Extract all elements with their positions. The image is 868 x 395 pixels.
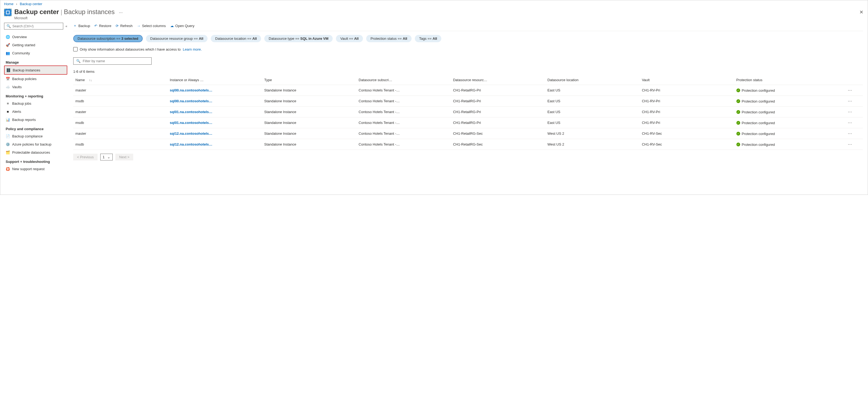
- table-row[interactable]: mastersql00.na.contosohotels…Standalone …: [73, 85, 863, 96]
- row-more-icon[interactable]: ⋯: [845, 139, 863, 150]
- sidebar-search[interactable]: 🔍: [4, 23, 63, 29]
- backup-label: Backup: [79, 24, 90, 28]
- learn-more-link[interactable]: Learn more.: [183, 47, 202, 51]
- cell-location: East US: [545, 107, 640, 117]
- row-more-icon[interactable]: ⋯: [845, 96, 863, 107]
- page-title: Backup center: [14, 8, 59, 16]
- cell-instance-link[interactable]: sql01.na.contosohotels…: [167, 107, 262, 117]
- cell-location: East US: [545, 117, 640, 128]
- alert-icon: ■: [6, 109, 10, 114]
- filter-pill[interactable]: Datasource resource group == All: [146, 35, 208, 42]
- onlyshow-checkbox[interactable]: [73, 47, 78, 51]
- row-more-icon[interactable]: ⋯: [845, 107, 863, 117]
- collapse-sidebar-icon[interactable]: «: [65, 24, 67, 28]
- breadcrumb: Home › Backup center: [0, 1, 868, 8]
- col-location[interactable]: Datasource location: [545, 75, 640, 85]
- sidebar-item-community[interactable]: 👥Community: [4, 49, 67, 57]
- col-subscription[interactable]: Datasource subscri…: [356, 75, 451, 85]
- sidebar-item-backup-instances[interactable]: 🗄️Backup instances: [4, 65, 67, 75]
- cell-name: master: [73, 128, 167, 139]
- compliance-icon: 📄: [6, 134, 10, 138]
- open-query-button[interactable]: ☁ Open Query: [170, 24, 194, 28]
- row-more-icon[interactable]: ⋯: [845, 117, 863, 128]
- cell-instance-link[interactable]: sql12.na.contosohotels…: [167, 128, 262, 139]
- sidebar-item-overview[interactable]: 🌐Overview: [4, 33, 67, 41]
- sidebar-item-protectable-datasources[interactable]: 🗂️Protectable datasources: [4, 148, 67, 157]
- refresh-label: Refresh: [120, 24, 133, 28]
- cell-name: master: [73, 107, 167, 117]
- sidebar-item-backup-jobs[interactable]: ≡Backup jobs: [4, 99, 67, 107]
- sidebar-item-label: Azure policies for backup: [12, 142, 51, 146]
- sidebar-item-backup-compliance[interactable]: 📄Backup compliance: [4, 132, 67, 140]
- next-button[interactable]: Next >: [115, 154, 133, 161]
- check-circle-icon: ✓: [736, 88, 740, 92]
- sidebar-item-alerts[interactable]: ■Alerts: [4, 107, 67, 115]
- cell-type: Standalone Instance: [262, 117, 356, 128]
- cell-instance-link[interactable]: sql00.na.contosohotels…: [167, 96, 262, 107]
- col-instance[interactable]: Instance or Always …: [167, 75, 262, 85]
- table-row[interactable]: mastersql12.na.contosohotels…Standalone …: [73, 128, 863, 139]
- cell-name: msdb: [73, 139, 167, 150]
- arrow-right-icon: →: [137, 24, 140, 28]
- col-name[interactable]: Name ↑↓: [73, 75, 167, 85]
- jobs-icon: ≡: [6, 101, 10, 106]
- sidebar-item-vaults[interactable]: ☁️Vaults: [4, 83, 67, 91]
- sidebar-item-label: Backup reports: [12, 118, 36, 122]
- sidebar-item-backup-reports[interactable]: 📊Backup reports: [4, 115, 67, 124]
- name-filter-input[interactable]: [83, 59, 149, 63]
- status-text: Protection configured: [742, 110, 775, 114]
- cell-resource-group: CH1-RetailRG-Pri: [451, 96, 545, 107]
- sidebar-item-getting-started[interactable]: 🚀Getting started: [4, 41, 67, 49]
- pager: < Previous 1 ⌄ Next >: [73, 150, 863, 164]
- name-filter[interactable]: 🔍: [73, 57, 152, 65]
- cell-location: West US 2: [545, 128, 640, 139]
- filter-pill[interactable]: Vault == All: [336, 35, 363, 42]
- cell-resource-group: CH1-RetailRG-Pri: [451, 107, 545, 117]
- cell-instance-link[interactable]: sql01.na.contosohotels…: [167, 117, 262, 128]
- sidebar-section-manage: Manage: [4, 57, 67, 65]
- close-icon[interactable]: ✕: [859, 9, 863, 15]
- table-row[interactable]: msdbsql00.na.contosohotels…Standalone In…: [73, 96, 863, 107]
- org-label: Microsoft: [14, 16, 123, 20]
- filter-pill[interactable]: Datasource type == SQL in Azure VM: [264, 35, 333, 42]
- refresh-button[interactable]: ⟳ Refresh: [116, 24, 133, 28]
- cell-status: ✓Protection configured: [734, 107, 846, 117]
- col-resource-group[interactable]: Datasource resourc…: [451, 75, 545, 85]
- sidebar-search-input[interactable]: [12, 24, 61, 28]
- backup-button[interactable]: ＋ Backup: [73, 23, 90, 28]
- select-columns-button[interactable]: → Select columns: [137, 24, 166, 28]
- prev-button[interactable]: < Previous: [73, 154, 98, 161]
- sidebar-item-label: Getting started: [12, 43, 35, 47]
- breadcrumb-current[interactable]: Backup center: [20, 2, 42, 6]
- row-more-icon[interactable]: ⋯: [845, 128, 863, 139]
- filter-pill[interactable]: Tags == All: [415, 35, 441, 42]
- header-more-icon[interactable]: ⋯: [119, 10, 123, 15]
- breadcrumb-home[interactable]: Home: [4, 2, 13, 6]
- table-row[interactable]: mastersql01.na.contosohotels…Standalone …: [73, 107, 863, 117]
- cell-resource-group: CH1-RetailRG-Sec: [451, 139, 545, 150]
- pill-prefix: Protection status ==: [371, 36, 403, 40]
- svg-rect-1: [7, 11, 9, 14]
- filter-pill[interactable]: Datasource subscription == 3 selected: [73, 35, 143, 42]
- sidebar-item-azure-policies-for-backup[interactable]: ⚙️Azure policies for backup: [4, 140, 67, 148]
- sidebar-item-label: Protectable datasources: [12, 150, 50, 154]
- filter-pill[interactable]: Protection status == All: [366, 35, 411, 42]
- cell-subscription: Contoso Hotels Tenant -…: [356, 128, 451, 139]
- filter-pill[interactable]: Datasource location == All: [211, 35, 261, 42]
- cloud-icon: ☁: [170, 24, 174, 28]
- col-vault[interactable]: Vault: [640, 75, 734, 85]
- cell-instance-link[interactable]: sql12.na.contosohotels…: [167, 139, 262, 150]
- col-status[interactable]: Protection status: [734, 75, 846, 85]
- table-row[interactable]: msdbsql12.na.contosohotels…Standalone In…: [73, 139, 863, 150]
- table-row[interactable]: msdbsql01.na.contosohotels…Standalone In…: [73, 117, 863, 128]
- col-type[interactable]: Type: [262, 75, 356, 85]
- sort-icon[interactable]: ↑↓: [89, 79, 92, 82]
- restore-button[interactable]: ↶ Restore: [94, 24, 111, 28]
- sidebar-item-new-support-request[interactable]: 🛟New support request: [4, 165, 67, 173]
- row-more-icon[interactable]: ⋯: [845, 85, 863, 96]
- cell-status: ✓Protection configured: [734, 128, 846, 139]
- people-icon: 👥: [6, 51, 10, 55]
- cell-instance-link[interactable]: sql00.na.contosohotels…: [167, 85, 262, 96]
- sidebar-item-backup-policies[interactable]: 📅Backup policies: [4, 75, 67, 83]
- page-select[interactable]: 1 ⌄: [100, 154, 113, 161]
